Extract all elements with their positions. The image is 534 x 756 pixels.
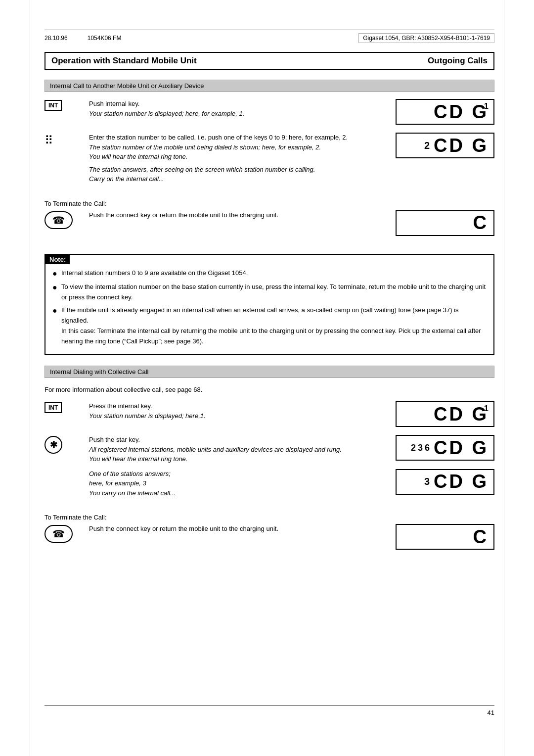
s2-step2-italic1: All registered internal stations, mobile… [89, 445, 386, 455]
step2-italic1: The station number of the mobile unit be… [89, 142, 386, 152]
terminate1-label: To Terminate the Call: [44, 200, 494, 207]
s2-step1-row: INT Press the internal key. Your station… [44, 401, 494, 430]
keypad-icon: ⠿ [44, 134, 53, 147]
title-bar: Operation with Standard Mobile Unit Outg… [44, 52, 494, 70]
step1-super: 1 [484, 102, 490, 111]
step2-row: ⠿ Enter the station number to be called,… [44, 133, 494, 184]
collective-info: For more information about collective ca… [44, 385, 494, 395]
s2-step3-lcd-text: CD G [434, 471, 489, 492]
step2-text: Enter the station number to be called, i… [89, 133, 396, 184]
step2-display: 2 CD G [396, 133, 494, 161]
s2-step2-italic2: You will hear the internal ring tone. [89, 454, 386, 464]
s2-step3-italic3: You carry on the internal call... [89, 488, 386, 498]
s2-step2-text: Push the star key. All registered intern… [89, 435, 396, 464]
s2-step3-display: 3 CD G [396, 469, 494, 498]
terminate2-lcd: C [396, 524, 494, 550]
page: 28.10.96 1054K06.FM Gigaset 1054, GBR: A… [0, 0, 534, 756]
terminate2-icon-col: ☎ [44, 524, 89, 543]
right-border [504, 0, 504, 756]
terminate1-row: ☎ Push the connect key or return the mob… [44, 210, 494, 236]
title-right: Outgoing Calls [428, 56, 488, 66]
note-text-1: Internal station numbers 0 to 9 are avai… [61, 268, 248, 279]
s2-step2-main: Push the star key. [89, 435, 386, 445]
terminate2-text: Push the connect key or return the mobil… [89, 524, 396, 534]
step2-italic2: You will hear the internal ring tone. [89, 152, 386, 162]
terminate2-main: Push the connect key or return the mobil… [89, 524, 386, 534]
terminate1-text: Push the connect key or return the mobil… [89, 210, 396, 220]
bullet-dot-3: ● [52, 305, 61, 316]
s2-step3-prefix: 3 [424, 476, 432, 487]
s2-step1-super: 1 [484, 404, 490, 413]
star-icon: ✱ [44, 436, 62, 454]
s2-step2-display: 236 CD G [396, 435, 494, 464]
s2-step1-lcd: 1 CD G [396, 401, 494, 427]
step2-icon-col: ⠿ [44, 133, 89, 147]
note-bullet-2: ● To view the internal station number on… [52, 282, 487, 303]
step1-text: Push internal key. Your station number i… [89, 99, 396, 118]
step2-lcd: 2 CD G [396, 133, 494, 158]
bullet-dot-1: ● [52, 268, 61, 279]
bullet-dot-2: ● [52, 282, 61, 293]
note-text-3: If the mobile unit is already engaged in… [61, 305, 487, 346]
step1-row: INT Push internal key. Your station numb… [44, 99, 494, 128]
note-box: Note: ● Internal station numbers 0 to 9 … [44, 254, 494, 355]
note-text-2: To view the internal station number on t… [61, 282, 487, 303]
step2-prefix: 2 [424, 140, 432, 151]
section1-header: Internal Call to Another Mobile Unit or … [44, 80, 494, 92]
terminate1-main: Push the connect key or return the mobil… [89, 210, 386, 220]
int-icon-2: INT [44, 402, 62, 413]
header-left: 28.10.96 1054K06.FM [44, 35, 121, 42]
s2-step2-prefix: 236 [411, 443, 432, 453]
terminate2-label: To Terminate the Call: [44, 514, 494, 521]
s2-step1-main: Press the internal key. [89, 401, 386, 411]
phone-icon-1: ☎ [44, 211, 73, 229]
terminate1-display: C [396, 210, 494, 236]
terminate2-display: C [396, 524, 494, 550]
s2-step2-icon-col: ✱ [44, 435, 89, 454]
s2-step2-lcd: 236 CD G [396, 435, 494, 461]
step2-italic4: Carry on the internal call... [89, 174, 386, 184]
s2-step1-display: 1 CD G [396, 401, 494, 430]
note-label: Note: [45, 255, 70, 264]
s2-step3-italic2: here, for example, 3 [89, 478, 386, 488]
page-header: 28.10.96 1054K06.FM Gigaset 1054, GBR: A… [44, 30, 494, 43]
step1-lcd-text: CD G [434, 101, 489, 123]
phone-icon-2: ☎ [44, 525, 73, 543]
s2-step3-icon-col [44, 469, 89, 470]
terminate1-lcd: C [396, 210, 494, 236]
left-border [30, 0, 30, 756]
note-bullet-1: ● Internal station numbers 0 to 9 are av… [52, 268, 487, 279]
header-product: Gigaset 1054, GBR: A30852-X954-B101-1-76… [358, 33, 494, 43]
terminate1-icon-col: ☎ [44, 210, 89, 229]
s2-step2-lcd-text: CD G [434, 437, 489, 459]
s2-step2-row: ✱ Push the star key. All registered inte… [44, 435, 494, 464]
int-icon: INT [44, 100, 62, 111]
terminate2-row: ☎ Push the connect key or return the mob… [44, 524, 494, 550]
header-file: 1054K06.FM [88, 35, 122, 42]
note-content: ● Internal station numbers 0 to 9 are av… [45, 264, 493, 354]
s2-step1-icon-col: INT [44, 401, 89, 413]
step1-italic: Your station number is displayed; here, … [89, 109, 386, 119]
page-footer: 41 [44, 706, 494, 716]
step2-lcd-text: CD G [434, 135, 489, 156]
terminate1-lcd-text: C [473, 212, 487, 234]
step2-italic3: The station answers, after seeing on the… [89, 165, 386, 175]
section2-header: Internal Dialing with Collective Call [44, 366, 494, 378]
terminate2-lcd-text: C [473, 526, 487, 548]
s2-step1-text: Press the internal key. Your station num… [89, 401, 396, 421]
s2-step3-lcd: 3 CD G [396, 469, 494, 495]
step1-icon-col: INT [44, 99, 89, 111]
s2-step1-lcd-text: CD G [434, 404, 489, 425]
s2-step1-italic: Your station number is displayed; here,1… [89, 411, 386, 421]
s2-step3-text: One of the stations answers; here, for e… [89, 469, 396, 498]
step1-display: 1 CD G [396, 99, 494, 128]
step1-lcd: 1 CD G [396, 99, 494, 125]
title-left: Operation with Standard Mobile Unit [51, 56, 197, 66]
header-date: 28.10.96 [44, 35, 68, 42]
note-bullet-3: ● If the mobile unit is already engaged … [52, 305, 487, 346]
step1-main: Push internal key. [89, 99, 386, 109]
s2-step3-italic1: One of the stations answers; [89, 469, 386, 479]
step2-main: Enter the station number to be called, i… [89, 133, 386, 142]
s2-step3-row: One of the stations answers; here, for e… [44, 469, 494, 498]
page-number: 41 [488, 709, 494, 716]
